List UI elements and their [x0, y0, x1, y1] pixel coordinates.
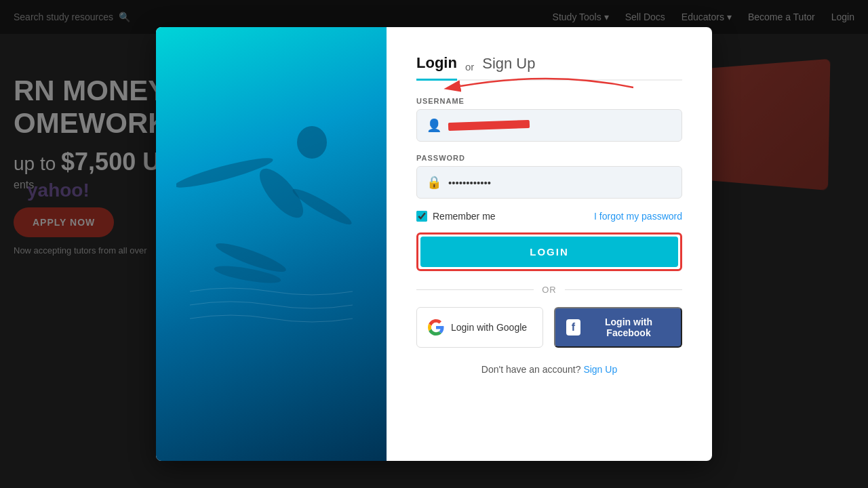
- login-button-wrapper: LOGIN: [416, 232, 682, 271]
- modal-right-panel: Login or Sign Up USERNAME 👤: [387, 27, 712, 461]
- remember-label: Remember me: [433, 211, 496, 222]
- remember-row: Remember me I forgot my password: [416, 211, 682, 222]
- facebook-btn-label: Login with Facebook: [587, 317, 670, 338]
- or-text: OR: [542, 285, 557, 295]
- red-arrow-svg: [416, 67, 633, 94]
- svg-point-0: [297, 126, 327, 159]
- or-line-left: [416, 289, 534, 290]
- password-input[interactable]: [448, 177, 672, 188]
- bottom-text: Don't have an account? Sign Up: [416, 364, 682, 375]
- modal-overlay: Login or Sign Up USERNAME 👤: [0, 0, 868, 488]
- svg-point-2: [176, 153, 275, 192]
- signup-link[interactable]: Sign Up: [583, 364, 617, 375]
- or-line-right: [565, 289, 682, 290]
- or-divider: OR: [416, 285, 682, 295]
- google-login-button[interactable]: Login with Google: [416, 307, 543, 348]
- dont-have-account-text: Don't have an account?: [481, 364, 581, 375]
- username-redacted: [448, 120, 530, 131]
- login-button[interactable]: LOGIN: [420, 237, 678, 267]
- social-buttons: Login with Google f Login with Facebook: [416, 307, 682, 348]
- username-field-wrapper[interactable]: 👤: [416, 109, 682, 142]
- password-field-wrapper[interactable]: 🔒: [416, 166, 682, 199]
- remember-left: Remember me: [416, 211, 496, 222]
- password-label: PASSWORD: [416, 154, 682, 162]
- google-icon: [428, 319, 444, 336]
- username-label: USERNAME: [416, 97, 682, 105]
- lock-icon: 🔒: [427, 175, 441, 190]
- google-btn-label: Login with Google: [451, 322, 527, 333]
- forgot-password-link[interactable]: I forgot my password: [594, 211, 682, 222]
- swimmer-svg: [176, 75, 366, 413]
- facebook-login-button[interactable]: f Login with Facebook: [554, 307, 682, 348]
- modal-left-panel: [156, 27, 387, 461]
- remember-checkbox[interactable]: [416, 211, 427, 222]
- user-icon: 👤: [427, 118, 441, 133]
- facebook-icon: f: [566, 319, 580, 336]
- login-modal: Login or Sign Up USERNAME 👤: [156, 27, 712, 461]
- swimmer-figure: [156, 27, 387, 461]
